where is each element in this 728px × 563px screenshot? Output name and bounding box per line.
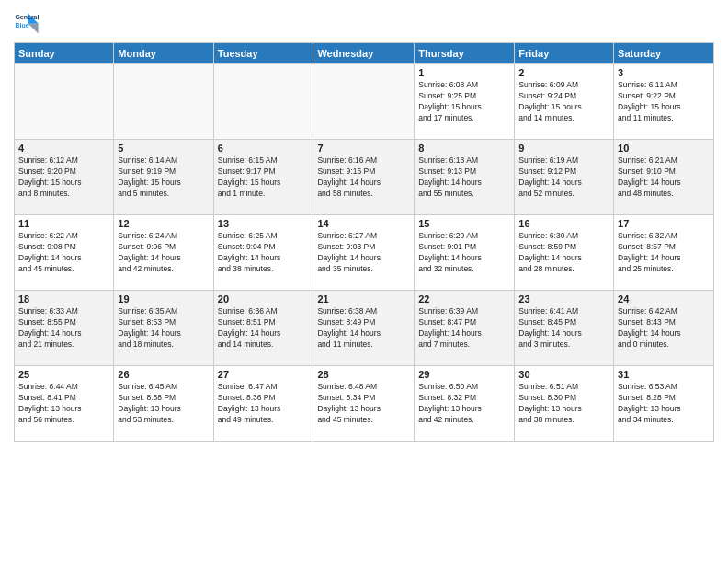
day-info: Sunrise: 6:24 AM Sunset: 9:06 PM Dayligh… bbox=[118, 231, 209, 275]
calendar-cell: 12Sunrise: 6:24 AM Sunset: 9:06 PM Dayli… bbox=[114, 215, 213, 291]
week-row-2: 4Sunrise: 6:12 AM Sunset: 9:20 PM Daylig… bbox=[15, 140, 714, 215]
day-info: Sunrise: 6:19 AM Sunset: 9:12 PM Dayligh… bbox=[518, 155, 609, 200]
day-number: 30 bbox=[518, 369, 609, 380]
calendar-cell bbox=[114, 64, 213, 140]
day-number: 26 bbox=[118, 369, 209, 380]
day-number: 5 bbox=[118, 143, 209, 154]
day-info: Sunrise: 6:27 AM Sunset: 9:03 PM Dayligh… bbox=[317, 231, 410, 275]
calendar-cell: 16Sunrise: 6:30 AM Sunset: 8:59 PM Dayli… bbox=[515, 215, 614, 291]
day-number: 7 bbox=[317, 143, 410, 154]
calendar-cell: 3Sunrise: 6:11 AM Sunset: 9:22 PM Daylig… bbox=[614, 64, 714, 140]
svg-text:Blue: Blue bbox=[15, 22, 28, 29]
calendar-cell: 8Sunrise: 6:18 AM Sunset: 9:13 PM Daylig… bbox=[415, 140, 515, 215]
calendar-cell: 2Sunrise: 6:09 AM Sunset: 9:24 PM Daylig… bbox=[515, 64, 614, 140]
logo-icon: General Blue bbox=[14, 9, 40, 35]
day-info: Sunrise: 6:29 AM Sunset: 9:01 PM Dayligh… bbox=[418, 231, 510, 275]
day-info: Sunrise: 6:08 AM Sunset: 9:25 PM Dayligh… bbox=[418, 80, 510, 124]
weekday-friday: Friday bbox=[515, 43, 614, 64]
day-number: 23 bbox=[518, 293, 609, 304]
day-number: 14 bbox=[317, 218, 410, 229]
calendar-cell: 7Sunrise: 6:16 AM Sunset: 9:15 PM Daylig… bbox=[313, 140, 415, 215]
day-info: Sunrise: 6:22 AM Sunset: 9:08 PM Dayligh… bbox=[18, 231, 109, 275]
day-info: Sunrise: 6:33 AM Sunset: 8:55 PM Dayligh… bbox=[18, 306, 109, 350]
calendar-cell: 14Sunrise: 6:27 AM Sunset: 9:03 PM Dayli… bbox=[313, 215, 415, 291]
day-number: 31 bbox=[618, 369, 710, 380]
calendar-cell: 9Sunrise: 6:19 AM Sunset: 9:12 PM Daylig… bbox=[515, 140, 614, 215]
calendar-cell: 22Sunrise: 6:39 AM Sunset: 8:47 PM Dayli… bbox=[415, 291, 515, 366]
day-number: 2 bbox=[518, 67, 609, 78]
weekday-sunday: Sunday bbox=[15, 43, 114, 64]
day-number: 18 bbox=[18, 293, 109, 304]
day-info: Sunrise: 6:44 AM Sunset: 8:41 PM Dayligh… bbox=[18, 382, 109, 426]
day-number: 22 bbox=[418, 293, 510, 304]
day-info: Sunrise: 6:18 AM Sunset: 9:13 PM Dayligh… bbox=[418, 155, 510, 200]
calendar-cell: 10Sunrise: 6:21 AM Sunset: 9:10 PM Dayli… bbox=[614, 140, 714, 215]
day-info: Sunrise: 6:12 AM Sunset: 9:20 PM Dayligh… bbox=[18, 155, 109, 200]
calendar-cell: 24Sunrise: 6:42 AM Sunset: 8:43 PM Dayli… bbox=[614, 291, 714, 366]
svg-marker-1 bbox=[28, 23, 38, 33]
day-info: Sunrise: 6:14 AM Sunset: 9:19 PM Dayligh… bbox=[118, 155, 209, 200]
weekday-saturday: Saturday bbox=[614, 43, 714, 64]
day-number: 21 bbox=[317, 293, 410, 304]
weekday-header-row: SundayMondayTuesdayWednesdayThursdayFrid… bbox=[15, 43, 714, 64]
day-number: 28 bbox=[317, 369, 410, 380]
calendar-cell: 25Sunrise: 6:44 AM Sunset: 8:41 PM Dayli… bbox=[15, 366, 114, 442]
day-info: Sunrise: 6:09 AM Sunset: 9:24 PM Dayligh… bbox=[518, 80, 609, 124]
day-number: 12 bbox=[118, 218, 209, 229]
day-number: 3 bbox=[618, 67, 710, 78]
day-info: Sunrise: 6:42 AM Sunset: 8:43 PM Dayligh… bbox=[618, 306, 710, 350]
calendar-cell: 15Sunrise: 6:29 AM Sunset: 9:01 PM Dayli… bbox=[415, 215, 515, 291]
day-number: 25 bbox=[18, 369, 109, 380]
page: General Blue SundayMondayTuesdayWednesda… bbox=[0, 0, 728, 563]
day-number: 27 bbox=[218, 369, 310, 380]
day-number: 13 bbox=[218, 218, 310, 229]
day-info: Sunrise: 6:51 AM Sunset: 8:30 PM Dayligh… bbox=[518, 382, 609, 426]
day-info: Sunrise: 6:45 AM Sunset: 8:38 PM Dayligh… bbox=[118, 382, 209, 426]
calendar-cell: 30Sunrise: 6:51 AM Sunset: 8:30 PM Dayli… bbox=[515, 366, 614, 442]
weekday-wednesday: Wednesday bbox=[313, 43, 415, 64]
day-number: 1 bbox=[418, 67, 510, 78]
calendar-cell: 21Sunrise: 6:38 AM Sunset: 8:49 PM Dayli… bbox=[313, 291, 415, 366]
day-number: 20 bbox=[218, 293, 310, 304]
day-info: Sunrise: 6:48 AM Sunset: 8:34 PM Dayligh… bbox=[317, 382, 410, 426]
week-row-1: 1Sunrise: 6:08 AM Sunset: 9:25 PM Daylig… bbox=[15, 64, 714, 140]
day-number: 24 bbox=[618, 293, 710, 304]
calendar-cell: 29Sunrise: 6:50 AM Sunset: 8:32 PM Dayli… bbox=[415, 366, 515, 442]
calendar-cell: 6Sunrise: 6:15 AM Sunset: 9:17 PM Daylig… bbox=[213, 140, 313, 215]
day-info: Sunrise: 6:11 AM Sunset: 9:22 PM Dayligh… bbox=[618, 80, 710, 124]
weekday-tuesday: Tuesday bbox=[213, 43, 313, 64]
day-number: 4 bbox=[18, 143, 109, 154]
calendar-cell: 28Sunrise: 6:48 AM Sunset: 8:34 PM Dayli… bbox=[313, 366, 415, 442]
day-number: 15 bbox=[418, 218, 510, 229]
day-info: Sunrise: 6:39 AM Sunset: 8:47 PM Dayligh… bbox=[418, 306, 510, 350]
calendar-cell bbox=[213, 64, 313, 140]
svg-text:General: General bbox=[15, 14, 39, 20]
day-number: 9 bbox=[518, 143, 609, 154]
day-number: 17 bbox=[618, 218, 710, 229]
day-number: 29 bbox=[418, 369, 510, 380]
calendar-cell: 13Sunrise: 6:25 AM Sunset: 9:04 PM Dayli… bbox=[213, 215, 313, 291]
day-info: Sunrise: 6:35 AM Sunset: 8:53 PM Dayligh… bbox=[118, 306, 209, 350]
week-row-4: 18Sunrise: 6:33 AM Sunset: 8:55 PM Dayli… bbox=[15, 291, 714, 366]
calendar-cell: 11Sunrise: 6:22 AM Sunset: 9:08 PM Dayli… bbox=[15, 215, 114, 291]
calendar-cell: 31Sunrise: 6:53 AM Sunset: 8:28 PM Dayli… bbox=[614, 366, 714, 442]
day-info: Sunrise: 6:30 AM Sunset: 8:59 PM Dayligh… bbox=[518, 231, 609, 275]
calendar-cell bbox=[15, 64, 114, 140]
day-info: Sunrise: 6:53 AM Sunset: 8:28 PM Dayligh… bbox=[618, 382, 710, 426]
day-info: Sunrise: 6:15 AM Sunset: 9:17 PM Dayligh… bbox=[218, 155, 310, 200]
calendar-cell: 17Sunrise: 6:32 AM Sunset: 8:57 PM Dayli… bbox=[614, 215, 714, 291]
calendar-cell: 1Sunrise: 6:08 AM Sunset: 9:25 PM Daylig… bbox=[415, 64, 515, 140]
weekday-monday: Monday bbox=[114, 43, 213, 64]
calendar-cell: 26Sunrise: 6:45 AM Sunset: 8:38 PM Dayli… bbox=[114, 366, 213, 442]
day-info: Sunrise: 6:21 AM Sunset: 9:10 PM Dayligh… bbox=[618, 155, 710, 200]
calendar-cell: 18Sunrise: 6:33 AM Sunset: 8:55 PM Dayli… bbox=[15, 291, 114, 366]
week-row-3: 11Sunrise: 6:22 AM Sunset: 9:08 PM Dayli… bbox=[15, 215, 714, 291]
calendar-cell: 5Sunrise: 6:14 AM Sunset: 9:19 PM Daylig… bbox=[114, 140, 213, 215]
week-row-5: 25Sunrise: 6:44 AM Sunset: 8:41 PM Dayli… bbox=[15, 366, 714, 442]
calendar-cell: 19Sunrise: 6:35 AM Sunset: 8:53 PM Dayli… bbox=[114, 291, 213, 366]
logo: General Blue bbox=[14, 9, 40, 35]
day-info: Sunrise: 6:32 AM Sunset: 8:57 PM Dayligh… bbox=[618, 231, 710, 275]
day-info: Sunrise: 6:41 AM Sunset: 8:45 PM Dayligh… bbox=[518, 306, 609, 350]
calendar-table: SundayMondayTuesdayWednesdayThursdayFrid… bbox=[14, 42, 714, 442]
day-number: 19 bbox=[118, 293, 209, 304]
